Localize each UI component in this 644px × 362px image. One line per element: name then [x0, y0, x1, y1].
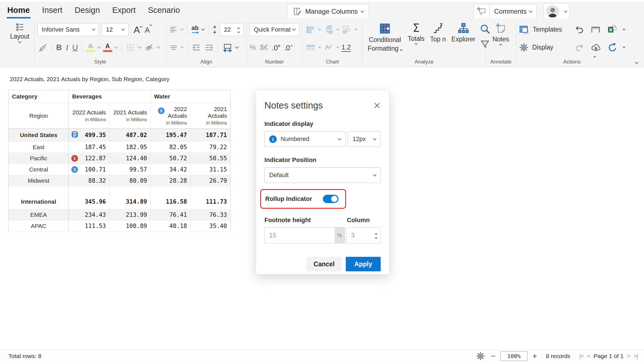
ruler-button[interactable]	[590, 24, 601, 35]
tab-home[interactable]: Home	[7, 2, 30, 18]
note-indicator-badge[interactable]: 3	[71, 166, 78, 173]
redo-button[interactable]	[574, 42, 585, 53]
column-width-button[interactable]	[222, 42, 233, 53]
user-menu[interactable]	[544, 3, 569, 20]
underline-button[interactable]: U	[72, 43, 78, 52]
table-cell[interactable]: 99.57	[110, 164, 151, 175]
row-label[interactable]: United States	[9, 129, 69, 142]
format-painter-button[interactable]	[37, 42, 48, 53]
table-cell[interactable]: 111.53	[69, 220, 110, 232]
table-cell[interactable]: 80.09	[110, 175, 151, 186]
italic-button[interactable]: I	[65, 43, 69, 52]
top-n-button[interactable]: Top n	[428, 22, 448, 43]
table-cell[interactable]: 124.40	[110, 153, 151, 164]
group-header-water[interactable]: Water	[151, 90, 231, 103]
corner-header[interactable]: Category	[9, 90, 69, 103]
table-cell[interactable]: 100.89	[110, 220, 151, 232]
fill-color-button[interactable]	[86, 43, 95, 52]
tab-design[interactable]: Design	[75, 2, 100, 18]
indicator-position-select[interactable]: Default	[264, 167, 381, 183]
table-cell[interactable]: 213.99	[110, 209, 151, 220]
column-header[interactable]: 2021 Actualsin Millions	[110, 103, 151, 129]
row-label[interactable]: Central	[9, 164, 69, 175]
chevron-down-icon[interactable]	[181, 28, 183, 30]
templates-button[interactable]: Templates	[519, 24, 569, 35]
table-cell[interactable]: 82.05	[151, 142, 191, 153]
currency-format-button[interactable]: $€	[260, 43, 268, 52]
table-cell[interactable]: 79.22	[191, 142, 231, 153]
layout-chart-button[interactable]	[342, 24, 352, 35]
increase-decimals-button[interactable]: .0+	[272, 43, 280, 52]
horizontal-align-button[interactable]	[169, 25, 178, 34]
table-cell[interactable]: 499.35	[69, 129, 110, 142]
table-cell[interactable]: 195.47	[151, 129, 191, 142]
close-icon[interactable]	[373, 102, 381, 110]
cancel-button[interactable]: Cancel	[307, 257, 342, 271]
row-label[interactable]: EMEA	[9, 209, 69, 220]
add-comment-button[interactable]	[473, 4, 490, 19]
chevron-down-icon[interactable]	[235, 45, 239, 49]
row-label[interactable]: Pacific	[9, 153, 69, 164]
column-header[interactable]: 2021 Actualsin Millions	[191, 103, 231, 129]
decrease-indent-button[interactable]	[191, 43, 201, 52]
chevron-down-icon[interactable]	[336, 28, 339, 30]
vertical-align-button[interactable]	[169, 43, 178, 52]
chevron-down-icon[interactable]	[336, 46, 339, 48]
table-cell[interactable]: 31.15	[191, 164, 231, 175]
undo-button[interactable]	[574, 24, 585, 35]
table-cell[interactable]: 28.28	[151, 175, 191, 186]
font-color-button[interactable]: A	[103, 43, 112, 52]
table-cell[interactable]: 187.71	[191, 129, 231, 142]
column-input[interactable]	[347, 232, 375, 239]
table-cell[interactable]: 3100.71	[69, 164, 110, 175]
group-header-beverages[interactable]: Beverages	[69, 90, 151, 103]
chevron-down-icon[interactable]	[318, 28, 321, 30]
chevron-down-icon[interactable]	[318, 46, 321, 48]
column-stepper[interactable]	[375, 232, 377, 239]
quick-format-select[interactable]: Quick Format	[250, 23, 299, 36]
tab-insert[interactable]: Insert	[42, 2, 63, 18]
conditional-formatting-button[interactable]: Conditional Formatting	[365, 22, 404, 53]
table-style-button[interactable]	[305, 42, 316, 53]
bold-button[interactable]: B	[56, 43, 62, 52]
increase-font-button[interactable]: A	[134, 25, 142, 34]
display-button[interactable]: Display	[519, 43, 569, 53]
chevron-down-icon[interactable]	[354, 28, 357, 30]
export-excel-button[interactable]	[606, 24, 618, 36]
tab-export[interactable]: Export	[112, 2, 136, 18]
table-cell[interactable]: 26.79	[191, 175, 231, 186]
table-cell[interactable]: 111.73	[191, 195, 231, 209]
number-format-button[interactable]: 1.2	[342, 43, 351, 52]
column-header[interactable]: 22022 Actualsin Millions	[151, 103, 191, 129]
table-cell[interactable]: 76.33	[191, 209, 231, 220]
totals-button[interactable]: Σ Totals	[406, 22, 427, 45]
notes-button[interactable]: Notes	[489, 22, 513, 46]
note-indicator-badge[interactable]: 2	[158, 107, 165, 114]
chevron-down-icon[interactable]	[623, 46, 626, 48]
sparkline-button[interactable]	[323, 42, 334, 53]
indicator-size-select[interactable]: 12px	[348, 131, 381, 147]
hierarchy-chart-button[interactable]	[323, 24, 334, 35]
table-cell[interactable]: 1122.87	[69, 153, 110, 164]
chevron-down-icon[interactable]	[114, 45, 118, 49]
chevron-down-icon[interactable]	[181, 46, 183, 48]
zoom-out-button[interactable]: −	[491, 352, 495, 360]
first-page-button[interactable]: |<	[579, 353, 584, 359]
table-cell[interactable]: 182.95	[110, 142, 151, 153]
zoom-in-button[interactable]: +	[532, 352, 537, 360]
note-indicator-icon[interactable]	[71, 131, 79, 140]
next-page-button[interactable]: >	[627, 353, 630, 359]
borders-button[interactable]	[126, 43, 136, 53]
row-label[interactable]: Midwest	[9, 175, 69, 186]
font-name-select[interactable]: Inforiver Sans	[37, 23, 99, 36]
table-cell[interactable]: 487.02	[110, 129, 151, 142]
row-label[interactable]: APAC	[9, 220, 69, 232]
prev-page-button[interactable]: <	[587, 353, 590, 359]
text-overflow-button[interactable]: ab	[191, 25, 199, 34]
collapse-ribbon-icon[interactable]	[635, 60, 638, 64]
manage-columns-button[interactable]: Manage Columns	[287, 4, 369, 19]
font-size-select[interactable]: 12	[102, 23, 129, 36]
decrease-font-button[interactable]: A	[145, 25, 152, 34]
row-dimension-header[interactable]: Region	[9, 103, 69, 129]
table-cell[interactable]: 50.72	[151, 153, 191, 164]
